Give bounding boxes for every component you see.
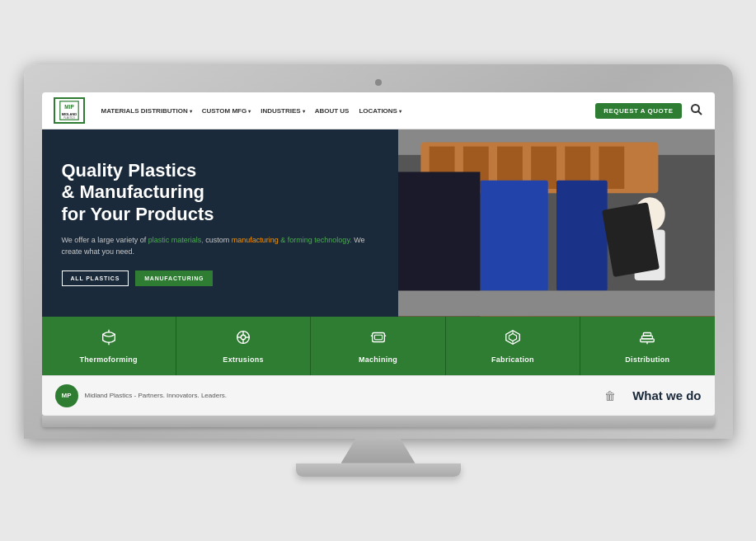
svg-text:MIP: MIP	[64, 104, 74, 110]
nav-materials-distribution[interactable]: MATERIALS DISTRIBUTION ▾	[101, 107, 192, 115]
trash-icon[interactable]: 🗑	[604, 389, 616, 402]
thermoforming-label: Thermoforming	[80, 355, 138, 364]
nav-industries[interactable]: INDUSTRIES ▾	[261, 107, 304, 115]
monitor-neck	[341, 439, 416, 463]
bottom-bar: MP Midland Plastics - Partners. Innovato…	[42, 375, 715, 416]
search-icon[interactable]	[690, 103, 703, 119]
hero-image	[398, 129, 715, 316]
logo-box: MIP MIDLAND PLASTICS	[54, 97, 85, 124]
hero-title: Quality Plastics & Manufacturing for You…	[62, 160, 378, 225]
monitor-base	[296, 463, 461, 477]
service-tiles: Thermoforming Extrusions	[42, 317, 715, 375]
logo-icon: MIP MIDLAND PLASTICS	[59, 101, 79, 120]
monitor-bottom-bezel	[42, 416, 715, 427]
nav-locations[interactable]: LOCATIONS ▾	[359, 107, 401, 115]
bottom-logo: MP	[55, 384, 78, 407]
monitor-camera	[375, 79, 382, 86]
manufacturing-button[interactable]: MANUFACTURING	[135, 270, 213, 286]
svg-rect-33	[374, 335, 382, 340]
monitor-wrapper: MIP MIDLAND PLASTICS MATERIALS DISTRIBUT…	[24, 64, 733, 476]
monitor-bezel: MIP MIDLAND PLASTICS MATERIALS DISTRIBUT…	[24, 64, 733, 438]
nav-custom-mfg[interactable]: CUSTOM MFG ▾	[202, 107, 251, 115]
dropdown-arrow: ▾	[190, 108, 192, 114]
svg-line-5	[698, 111, 702, 115]
dropdown-arrow: ▾	[303, 108, 305, 114]
svg-rect-23	[398, 291, 715, 317]
screen: MIP MIDLAND PLASTICS MATERIALS DISTRIBUT…	[42, 92, 715, 415]
bottom-tagline: Midland Plastics - Partners. Innovators.…	[85, 392, 605, 399]
svg-rect-15	[480, 181, 547, 291]
fabrication-label: Fabrication	[491, 355, 534, 364]
svg-rect-16	[556, 181, 608, 291]
fabrication-icon	[504, 328, 522, 350]
distribution-icon	[638, 328, 656, 350]
link-forming-technology[interactable]: & forming technology.	[279, 236, 352, 244]
tile-thermoforming[interactable]: Thermoforming	[42, 317, 176, 375]
request-quote-button[interactable]: REQUEST A QUOTE	[595, 103, 681, 119]
link-plastic-materials[interactable]: plastic materials,	[148, 236, 204, 244]
tile-machining[interactable]: Machining	[311, 317, 445, 375]
extrusions-icon	[234, 328, 252, 350]
svg-point-4	[692, 105, 699, 112]
factory-illustration	[398, 129, 715, 316]
thermoforming-icon	[100, 328, 118, 350]
hero-buttons: ALL PLASTICS MANUFACTURING	[62, 270, 378, 286]
nav-items: MATERIALS DISTRIBUTION ▾ CUSTOM MFG ▾ IN…	[101, 107, 588, 115]
dropdown-arrow: ▾	[248, 108, 251, 114]
extrusions-label: Extrusions	[223, 355, 264, 364]
svg-rect-42	[644, 332, 651, 336]
svg-marker-37	[509, 333, 516, 341]
navbar: MIP MIDLAND PLASTICS MATERIALS DISTRIBUT…	[42, 92, 715, 129]
distribution-label: Distribution	[625, 355, 669, 364]
dropdown-arrow: ▾	[399, 108, 401, 114]
machining-icon	[369, 328, 387, 350]
tile-extrusions[interactable]: Extrusions	[176, 317, 311, 375]
svg-text:PLASTICS: PLASTICS	[63, 116, 75, 120]
logo[interactable]: MIP MIDLAND PLASTICS	[54, 97, 85, 124]
hero-content: Quality Plastics & Manufacturing for You…	[42, 129, 398, 316]
machining-label: Machining	[359, 355, 397, 364]
what-we-do-heading: What we do	[632, 388, 701, 402]
tile-distribution[interactable]: Distribution	[580, 317, 714, 375]
tile-fabrication[interactable]: Fabrication	[446, 317, 580, 375]
all-plastics-button[interactable]: ALL PLASTICS	[62, 270, 129, 286]
link-custom-manufacturing[interactable]: manufacturing	[232, 236, 279, 244]
hero-section: Quality Plastics & Manufacturing for You…	[42, 129, 715, 316]
svg-point-27	[241, 335, 246, 340]
hero-description: We offer a large variety of plastic mate…	[62, 235, 378, 257]
nav-about-us[interactable]: ABOUT US	[315, 107, 350, 115]
